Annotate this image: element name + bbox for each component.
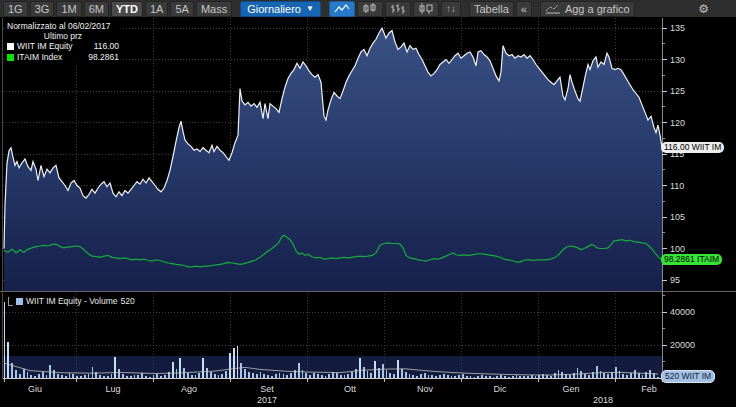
volume-bar	[538, 375, 540, 378]
volume-bar	[313, 373, 315, 378]
sort-arrows-button[interactable]: ↑↓	[441, 1, 461, 17]
ohlc-bars-type-button[interactable]	[385, 1, 411, 17]
volume-bar	[638, 373, 640, 378]
volume-bar	[649, 370, 651, 378]
volume-bar	[164, 375, 166, 378]
volume-bar	[195, 375, 197, 378]
wiit-area-fill	[4, 28, 662, 291]
month-label: Ago	[181, 384, 197, 394]
candlestick-type-button[interactable]	[357, 1, 383, 17]
year-label: 2017	[257, 395, 277, 405]
volume-bar	[179, 358, 181, 378]
volume-bar	[72, 374, 74, 378]
volume-bar	[141, 373, 143, 378]
volume-bar	[172, 362, 174, 378]
volume-bar	[321, 375, 323, 378]
volume-bar	[210, 372, 212, 378]
volume-bar	[240, 363, 242, 379]
itaim-swatch-icon	[7, 54, 14, 61]
volume-bar	[458, 375, 460, 378]
volume-bar	[607, 374, 609, 378]
volume-bar	[558, 370, 560, 378]
panel-resize-handle-icon[interactable]	[8, 297, 13, 306]
month-label: Set	[260, 384, 274, 394]
volume-bar	[393, 374, 395, 378]
volume-bar	[263, 374, 265, 378]
volume-bar	[485, 376, 487, 378]
volume-bar	[443, 374, 445, 378]
volume-bar	[244, 369, 246, 378]
chevron-down-icon: ▼	[306, 4, 314, 13]
volume-bar	[508, 377, 510, 379]
volume-bar	[603, 373, 605, 378]
volume-legend-label: WIIT IM Equity - Volume	[26, 296, 117, 306]
range-button-1a[interactable]: 1A	[145, 1, 168, 17]
volume-bar	[53, 370, 55, 378]
volume-bar	[191, 375, 193, 379]
price-tick-label: 110	[670, 181, 684, 191]
volume-legend[interactable]: WIIT IM Equity - Volume 520	[5, 295, 138, 307]
volume-bar	[363, 367, 365, 378]
volume-bar	[218, 375, 220, 378]
volume-bar	[550, 376, 552, 378]
volume-bar	[252, 373, 254, 378]
wiit-swatch-icon	[7, 43, 14, 50]
month-label: Feb	[641, 384, 657, 394]
legend-item-label: ITAIM Index	[17, 53, 62, 63]
chart-canvas[interactable]: 135130125120115110105100954000020000GiuL…	[0, 18, 736, 407]
volume-bar	[221, 374, 223, 379]
legend-subtitle: Ultimo prz	[7, 32, 119, 42]
period-dropdown-value: Giornaliero	[247, 3, 301, 15]
volume-bar	[470, 376, 472, 378]
range-button-5a[interactable]: 5A	[170, 1, 193, 17]
add-to-chart-button[interactable]: Agg a grafico	[540, 1, 635, 17]
range-button-3g[interactable]: 3G	[30, 1, 55, 17]
range-button-ytd[interactable]: YTD	[111, 1, 143, 17]
volume-bar	[7, 342, 9, 378]
tabella-button[interactable]: Tabella	[469, 1, 514, 17]
volume-bar	[137, 375, 139, 378]
legend-item-wiit[interactable]: WIIT IM Equity 116.00	[7, 42, 119, 52]
collapse-button[interactable]: «	[516, 1, 532, 17]
volume-bar	[657, 377, 659, 378]
volume-bar	[439, 375, 441, 378]
volume-bar	[317, 374, 319, 378]
volume-bar	[46, 375, 48, 379]
volume-bar	[275, 374, 277, 378]
volume-bar	[118, 369, 120, 378]
volume-bar	[15, 370, 17, 378]
volume-bar	[156, 374, 158, 378]
volume-bar	[88, 374, 90, 379]
range-button-6m[interactable]: 6M	[84, 1, 109, 17]
volume-bar	[370, 373, 372, 378]
line-chart-type-button[interactable]	[329, 1, 355, 17]
volume-bar	[412, 375, 414, 378]
volume-bar	[176, 369, 178, 378]
range-button-1m[interactable]: 1M	[56, 1, 81, 17]
range-button-mass[interactable]: Mass	[196, 1, 232, 17]
volume-bar	[103, 376, 105, 378]
volume-bar	[260, 372, 262, 378]
volume-bar	[531, 375, 533, 378]
period-dropdown[interactable]: Giornaliero ▼	[240, 1, 321, 17]
volume-bar	[351, 372, 353, 378]
volume-bar	[267, 375, 269, 378]
volume-bar	[92, 367, 94, 378]
range-button-1g[interactable]: 1G	[3, 1, 28, 17]
volume-bar	[336, 373, 338, 378]
volume-bar	[61, 375, 63, 378]
volume-bar	[504, 376, 506, 378]
volume-bar	[27, 372, 29, 378]
volume-bar	[630, 373, 632, 378]
last-price-label-itaim: 98.2861 ITAIM	[661, 254, 722, 265]
price-tick-label: 105	[670, 212, 685, 222]
volume-bar	[428, 375, 430, 379]
volume-bar	[19, 374, 21, 378]
settings-button[interactable]: ⚙	[694, 2, 713, 16]
legend-item-value: 116.00	[94, 42, 119, 52]
volume-legend-value: 520	[120, 296, 134, 306]
legend-item-itaim[interactable]: ITAIM Index 98.2861	[7, 53, 119, 63]
volume-bar	[367, 371, 369, 378]
candle-volume-type-button[interactable]	[413, 1, 439, 17]
month-label: Dic	[494, 384, 507, 394]
